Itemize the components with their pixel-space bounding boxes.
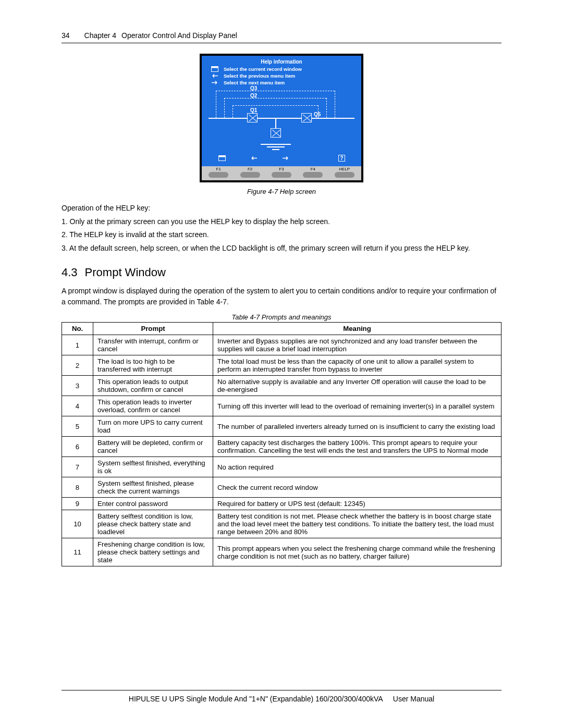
cell-no: 8 <box>62 477 93 498</box>
table-row: 1Transfer with interrupt, confirm or can… <box>62 335 501 355</box>
cell-no: 4 <box>62 396 93 416</box>
arrow-left-icon <box>210 73 219 79</box>
cell-no: 9 <box>62 498 93 510</box>
table-row: 8System selftest finished, please check … <box>62 477 501 498</box>
cell-meaning: Inverter and Bypass supplies are not syn… <box>213 335 501 355</box>
header-rule <box>62 43 501 43</box>
section-4-3-title: 4.3Prompt Window <box>62 266 501 279</box>
cell-no: 7 <box>62 457 93 477</box>
arrow-right-icon <box>210 80 219 85</box>
cell-prompt: This operation leads to inverter overloa… <box>93 396 213 416</box>
cell-prompt: Battery selftest condition is low, pleas… <box>93 510 213 538</box>
help-row-2-text: Select the previous menu item <box>224 73 295 79</box>
cell-prompt: System selftest finished, everything is … <box>93 457 213 477</box>
lcd-screen: Help information Select the current reco… <box>202 56 361 166</box>
q2-label: Q2 <box>250 93 257 98</box>
cell-no: 3 <box>62 376 93 396</box>
p-operation-2: 2. The HELP key is invalid at the start … <box>62 229 501 241</box>
q1-label: Q1 <box>250 107 257 113</box>
breaker-q5 <box>301 113 312 122</box>
help-icon: ? <box>338 155 345 163</box>
window-icon <box>210 66 219 72</box>
help-row-2: Select the previous menu item <box>210 73 358 79</box>
fkey-f3: F3 <box>272 167 291 178</box>
footer-product: HIPULSE U UPS Single Module And "1+N" (E… <box>129 695 383 703</box>
cell-meaning: No action required <box>213 457 501 477</box>
table-row: 10Battery selftest condition is low, ple… <box>62 510 501 538</box>
fkey-f1: F1 <box>209 167 228 178</box>
table-row: 5Turn on more UPS to carry current loadT… <box>62 416 501 437</box>
page-footer: HIPULSE U UPS Single Module And "1+N" (E… <box>0 690 563 703</box>
lcd-bottom-icons: ? <box>202 155 361 163</box>
cell-meaning: Required for battery or UPS test (defaul… <box>213 498 501 510</box>
cell-prompt: Enter control password <box>93 498 213 510</box>
col-meaning: Meaning <box>213 323 501 335</box>
fkey-f2: F2 <box>240 167 260 178</box>
p-operation-heading: Operation of the HELP key: <box>62 203 501 214</box>
arrow-left-icon <box>250 155 258 163</box>
cell-no: 6 <box>62 437 93 457</box>
table-row: 6Battery will be depleted, confirm or ca… <box>62 437 501 457</box>
cell-no: 2 <box>62 355 93 376</box>
table-caption: Table 4-7 Prompts and meanings <box>62 313 501 321</box>
help-row-3: Select the next menu item <box>210 80 358 85</box>
cell-meaning: No alternative supply is available and a… <box>213 376 501 396</box>
help-row-1: Select the current record window <box>210 66 358 72</box>
arrow-right-icon <box>282 155 289 163</box>
col-no: No. <box>62 323 93 335</box>
cell-no: 1 <box>62 335 93 355</box>
cell-no: 10 <box>62 510 93 538</box>
figure-help-screen: Help information Select the current reco… <box>62 54 501 195</box>
q5-label: Q5 <box>314 112 321 117</box>
breaker-center <box>271 128 281 138</box>
function-key-row: F1 F2 F3 F4 HELP <box>202 166 361 180</box>
page-number: 34 <box>62 31 70 40</box>
cell-prompt: System selftest finished, please check t… <box>93 477 213 498</box>
section-intro: A prompt window is displayed during the … <box>62 286 501 308</box>
page-header: 34 Chapter 4 Operator Control And Displa… <box>62 31 501 40</box>
breaker-q1 <box>247 113 258 122</box>
section-name: Prompt Window <box>85 266 166 279</box>
chapter-title: Operator Control And Display Panel <box>121 31 237 40</box>
col-prompt: Prompt <box>93 323 213 335</box>
cell-meaning: This prompt appears when you select the … <box>213 538 501 566</box>
p-operation-1: 1. Only at the primary screen can you us… <box>62 216 501 228</box>
cell-prompt: The load is too high to be transferred w… <box>93 355 213 376</box>
help-row-3-text: Select the next menu item <box>224 80 285 85</box>
cell-meaning: The total load must be less than the cap… <box>213 355 501 376</box>
cell-meaning: Check the current record window <box>213 477 501 498</box>
cell-no: 11 <box>62 538 93 566</box>
table-row: 11Freshening charge condition is low, pl… <box>62 538 501 566</box>
section-number: 4.3 <box>62 266 78 279</box>
footer-doc: User Manual <box>393 695 434 703</box>
q3-label: Q3 <box>250 85 257 91</box>
p-operation-3: 3. At the default screen, help screen, o… <box>62 243 501 254</box>
cell-meaning: Turning off this inverter will lead to t… <box>213 396 501 416</box>
window-icon <box>218 155 226 163</box>
table-row: 9Enter control passwordRequired for batt… <box>62 498 501 510</box>
cell-prompt: Battery will be depleted, confirm or can… <box>93 437 213 457</box>
lcd-device: Help information Select the current reco… <box>200 54 363 182</box>
cell-prompt: Transfer with interrupt, confirm or canc… <box>93 335 213 355</box>
svg-text:?: ? <box>340 155 343 161</box>
help-title: Help information <box>205 59 358 65</box>
figure-caption: Figure 4-7 Help screen <box>247 188 316 195</box>
cell-meaning: Battery capacity test discharges the bat… <box>213 437 501 457</box>
cell-prompt: Turn on more UPS to carry current load <box>93 416 213 437</box>
fkey-f4: F4 <box>303 167 323 178</box>
table-row: 4This operation leads to inverter overlo… <box>62 396 501 416</box>
cell-meaning: Battery test condition is not met. Pleas… <box>213 510 501 538</box>
cell-no: 5 <box>62 416 93 437</box>
chapter-label: Chapter 4 <box>84 31 116 40</box>
fkey-help: HELP <box>335 167 354 178</box>
table-row: 2The load is too high to be transferred … <box>62 355 501 376</box>
help-row-1-text: Select the current record window <box>224 66 302 72</box>
svg-rect-1 <box>212 67 218 68</box>
table-header-row: No. Prompt Meaning <box>62 323 501 335</box>
table-row: 7System selftest finished, everything is… <box>62 457 501 477</box>
svg-rect-3 <box>218 156 225 157</box>
cell-prompt: Freshening charge condition is low, plea… <box>93 538 213 566</box>
cell-meaning: The number of paralleled inverters alrea… <box>213 416 501 437</box>
footer-rule <box>62 690 501 690</box>
cell-prompt: This operation leads to output shutdown,… <box>93 376 213 396</box>
